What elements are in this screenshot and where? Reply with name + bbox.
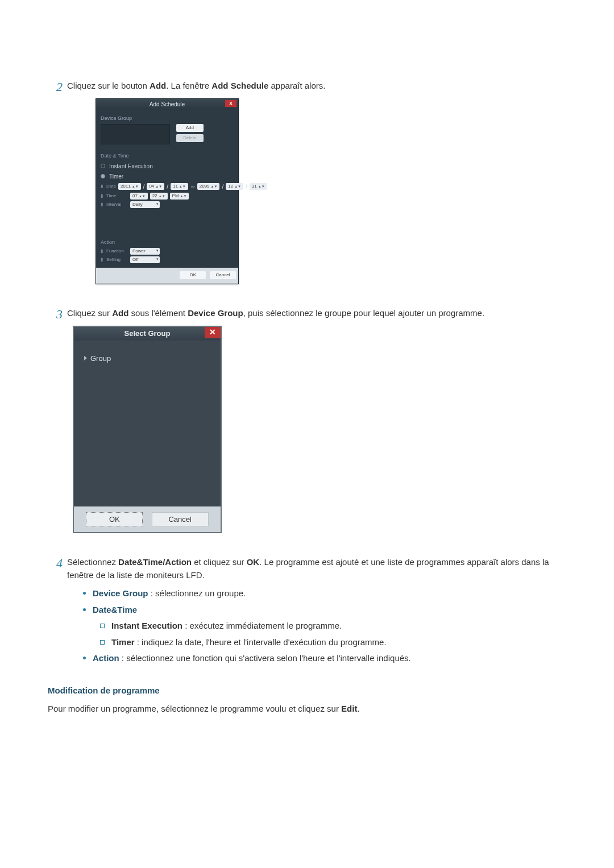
date-day2-stepper[interactable]: 31▲▼: [250, 183, 267, 190]
date-month2-stepper[interactable]: 12▲▼: [226, 183, 243, 190]
date-month1-stepper[interactable]: 04▲▼: [147, 183, 164, 190]
time-min-stepper[interactable]: 22▲▼: [150, 193, 168, 200]
step3-text: Cliquez sur Add sous l'élément Device Gr…: [67, 307, 569, 320]
radio-timer[interactable]: Timer: [101, 172, 234, 181]
close-icon[interactable]: X: [225, 100, 237, 107]
chevron-right-icon: [84, 356, 87, 360]
add-schedule-window: Add Schedule X Device Group Add Delete D…: [96, 98, 239, 285]
device-group-listbox[interactable]: [101, 124, 170, 144]
delete-button: Delete: [176, 134, 204, 142]
bullet-action: Action : sélectionnez une fonction qui s…: [83, 652, 569, 665]
bullet-dot-icon: [83, 608, 86, 611]
interval-select[interactable]: Daily: [130, 201, 160, 208]
date-row: ▮Date 2011▲▼ / 04▲▼ / 11▲▼ ∼ 2099▲▼ / 12…: [101, 182, 234, 191]
time-row: ▮Time 07▲▼ 22▲▼ PM▲▼: [101, 193, 234, 200]
cancel-button[interactable]: Cancel: [152, 512, 209, 527]
bullet-instant-execution: Instant Execution : exécutez immédiateme…: [100, 620, 569, 633]
setting-row: ▮Setting Off: [101, 256, 234, 263]
bullet-square-icon: [100, 624, 105, 628]
bullet-dot-icon: [83, 592, 86, 595]
bullet-dot-icon: [83, 657, 86, 659]
interval-row: ▮Interval Daily: [101, 201, 234, 208]
select-group-titlebar: Select Group ✕: [74, 327, 221, 340]
bullet-device-group: Device Group : sélectionnez un groupe.: [83, 587, 569, 600]
date-year2-stepper[interactable]: 2099▲▼: [197, 183, 220, 190]
bullet-timer: Timer : indiquez la date, l'heure et l'i…: [100, 636, 569, 649]
ok-button[interactable]: OK: [180, 271, 206, 279]
select-group-window: Select Group ✕ Group OK Cancel: [73, 326, 222, 534]
date-year1-stepper[interactable]: 2011▲▼: [118, 183, 141, 190]
add-schedule-titlebar: Add Schedule X: [96, 99, 238, 110]
setting-select[interactable]: Off: [130, 256, 160, 263]
section-heading: Modification de programme: [48, 684, 569, 697]
step-number-3: 3: [45, 307, 63, 322]
bullet-square-icon: [100, 640, 105, 645]
step-number-4: 4: [45, 556, 63, 571]
time-hour-stepper[interactable]: 07▲▼: [130, 193, 148, 200]
date-day1-stepper[interactable]: 11▲▼: [171, 183, 188, 190]
function-row: ▮Function Power: [101, 248, 234, 255]
device-group-label: Device Group: [101, 115, 234, 123]
time-ampm-stepper[interactable]: PM▲▼: [170, 193, 189, 200]
section-paragraph: Pour modifier un programme, sélectionnez…: [48, 703, 569, 716]
step-number-2: 2: [45, 80, 63, 94]
function-select[interactable]: Power: [130, 248, 160, 255]
step2-text: Cliquez sur le bouton Add. La fenêtre Ad…: [67, 80, 569, 93]
action-label: Action: [101, 239, 234, 247]
cancel-button[interactable]: Cancel: [210, 271, 236, 279]
radio-instant-execution[interactable]: Instant Execution: [101, 162, 234, 171]
ok-button[interactable]: OK: [86, 512, 143, 527]
add-button[interactable]: Add: [176, 124, 204, 132]
close-icon[interactable]: ✕: [205, 327, 221, 338]
date-time-label: Date & Time: [101, 152, 234, 160]
tree-root-item[interactable]: Group: [84, 353, 210, 364]
bullet-date-time: Date&Time: [83, 604, 569, 617]
step4-text: Sélectionnez Date&Time/Action et cliquez…: [67, 556, 569, 582]
